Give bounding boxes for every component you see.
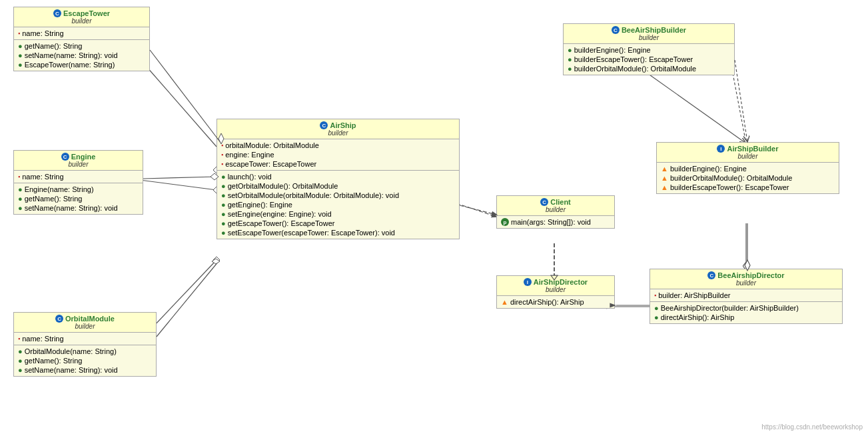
member-orbitalmodule-1: ▪ name: String	[17, 334, 153, 343]
vis-icon: ●	[221, 229, 226, 237]
class-header-airshipdirector: I AirShipDirector builder	[497, 276, 614, 296]
vis-icon: p	[501, 218, 509, 226]
class-airshipbuilder: I AirShipBuilder builder ▲ builderEngine…	[656, 142, 839, 194]
vis-icon: ▪	[221, 142, 223, 149]
section-methods-airship: ● launch(): void ● getOrbitalModule(): O…	[217, 171, 459, 239]
stereotype-engine: builder	[18, 161, 139, 168]
icon-c-beeairshipbuilder: C	[612, 26, 620, 34]
class-beeairshipbuilder: C BeeAirShipBuilder builder ● builderEng…	[563, 23, 735, 75]
member-beeairshipbuilder-m3: ● builderOrbitalModule(): OrbitalModule	[566, 64, 731, 73]
section-methods-beeairshipdirector: ● BeeAirshipDirector(builder: AirShipBui…	[650, 302, 842, 323]
member-airship-m1: ● launch(): void	[220, 172, 456, 181]
svg-line-15	[150, 50, 221, 143]
class-name-beeairshipbuilder: BeeAirShipBuilder	[622, 26, 686, 34]
diagram-container: C EscapeTower builder ▪ name: String ● g…	[0, 0, 868, 436]
svg-marker-10	[213, 257, 220, 263]
vis-icon: ●	[18, 204, 23, 212]
member-orbitalmodule-2: ● OrbitalModule(name: String)	[17, 347, 153, 356]
svg-line-17	[143, 177, 217, 179]
svg-line-3	[456, 203, 496, 217]
class-engine: C Engine builder ▪ name: String ● Engine…	[13, 150, 143, 215]
vis-icon: ●	[18, 347, 23, 355]
svg-line-11	[733, 73, 746, 143]
vis-icon: ●	[18, 51, 23, 59]
member-airship-m5: ● setEngine(engine: Engine): void	[220, 209, 456, 219]
member-airship-f3: ▪ escapeTower: EscapeTower	[220, 159, 456, 169]
member-airship-m4: ● getEngine(): Engine	[220, 200, 456, 209]
member-orbitalmodule-3: ● getName(): String	[17, 356, 153, 365]
member-beeairshipbuilder-m2: ● builderEscapeTower(): EscapeTower	[566, 55, 731, 64]
member-client-m1: p main(args: String[]): void	[500, 217, 612, 227]
stereotype-client: builder	[501, 206, 610, 213]
section-methods-escapetower: ● getName(): String ● setName(name: Stri…	[14, 40, 149, 71]
class-name-escapetower: EscapeTower	[63, 9, 110, 17]
vis-icon: ●	[18, 195, 23, 203]
vis-icon: ▪	[654, 292, 656, 299]
member-airship-f1: ▪ orbitalModule: OrbitalModule	[220, 141, 456, 150]
section-fields-airship: ▪ orbitalModule: OrbitalModule ▪ engine:…	[217, 139, 459, 171]
member-engine-4: ● setName(name: String): void	[17, 203, 140, 213]
vis-icon: ●	[221, 201, 226, 209]
member-airship-f2: ▪ engine: Engine	[220, 150, 456, 159]
section-fields-engine: ▪ name: String	[14, 171, 143, 183]
vis-icon: ▲	[501, 298, 508, 306]
vis-icon: ●	[18, 42, 23, 50]
class-orbitalmodule: C OrbitalModule builder ▪ name: String ●…	[13, 312, 157, 377]
member-airship-m2: ● getOrbitalModule(): OrbitalModule	[220, 181, 456, 191]
member-airshipbuilder-m3: ▲ builderEscapeTower(): EscapeTower	[659, 183, 836, 192]
svg-line-5	[648, 73, 746, 143]
stereotype-beeairshipbuilder: builder	[568, 34, 730, 41]
member-beeairshipbuilder-m1: ● builderEngine(): Engine	[566, 45, 731, 55]
stereotype-airship: builder	[221, 129, 455, 137]
icon-c-client: C	[540, 198, 548, 206]
class-name-orbitalmodule: OrbitalModule	[65, 315, 115, 323]
class-header-airship: C AirShip builder	[217, 119, 459, 139]
svg-line-2	[153, 260, 217, 327]
vis-icon: ▲	[661, 183, 668, 191]
member-beeairshipdirector-m1: ● BeeAirshipDirector(builder: AirShipBui…	[653, 303, 839, 313]
member-escapetower-1: ▪ name: String	[17, 29, 147, 38]
vis-icon: ●	[221, 173, 226, 181]
vis-icon: ●	[654, 304, 659, 312]
stereotype-orbitalmodule: builder	[18, 323, 152, 330]
member-airshipdirector-m1: ▲ directAirShip(): AirShip	[500, 297, 612, 307]
member-escapetower-3: ● setName(name: String): void	[17, 51, 147, 60]
icon-c-orbitalmodule: C	[55, 315, 63, 323]
vis-icon: ▲	[661, 174, 668, 182]
vis-icon: ▪	[18, 335, 20, 342]
class-name-airship: AirShip	[330, 121, 356, 129]
stereotype-airshipbuilder: builder	[661, 153, 835, 160]
member-airship-m7: ● setEscapeTower(escapeTower: EscapeTowe…	[220, 228, 456, 237]
vis-icon: ●	[221, 191, 226, 199]
class-name-engine: Engine	[71, 153, 96, 161]
section-fields-orbitalmodule: ▪ name: String	[14, 333, 156, 345]
vis-icon: ▪	[221, 151, 223, 158]
vis-icon: ●	[221, 182, 226, 190]
icon-c-engine: C	[61, 153, 69, 161]
stereotype-beeairshipdirector: builder	[654, 279, 838, 287]
vis-icon: ●	[568, 65, 572, 73]
svg-line-19	[157, 261, 218, 337]
svg-line-24	[735, 60, 747, 142]
member-engine-2: ● Engine(name: String)	[17, 185, 140, 194]
vis-icon: ●	[18, 366, 23, 374]
section-methods-airshipdirector: ▲ directAirShip(): AirShip	[497, 296, 614, 308]
class-name-client: Client	[550, 198, 571, 206]
svg-line-21	[460, 205, 496, 215]
class-name-airshipdirector: AirShipDirector	[534, 278, 588, 286]
vis-icon: ●	[654, 313, 659, 321]
svg-marker-20	[212, 259, 220, 264]
class-header-airshipbuilder: I AirShipBuilder builder	[657, 143, 839, 163]
icon-c-airship: C	[320, 121, 328, 129]
class-airship: C AirShip builder ▪ orbitalModule: Orbit…	[217, 119, 460, 239]
member-escapetower-2: ● getName(): String	[17, 41, 147, 51]
class-header-escapetower: C EscapeTower builder	[14, 7, 149, 27]
member-airship-m6: ● getEscapeTower(): EscapeTower	[220, 219, 456, 228]
vis-icon: ●	[221, 219, 226, 227]
member-airshipbuilder-m1: ▲ builderEngine(): Engine	[659, 164, 836, 173]
watermark: https://blog.csdn.net/beeworkshop	[761, 423, 863, 431]
stereotype-airshipdirector: builder	[501, 286, 610, 293]
section-fields-escapetower: ▪ name: String	[14, 27, 149, 40]
vis-icon: ●	[18, 357, 23, 365]
section-methods-orbitalmodule: ● OrbitalModule(name: String) ● getName(…	[14, 345, 156, 376]
